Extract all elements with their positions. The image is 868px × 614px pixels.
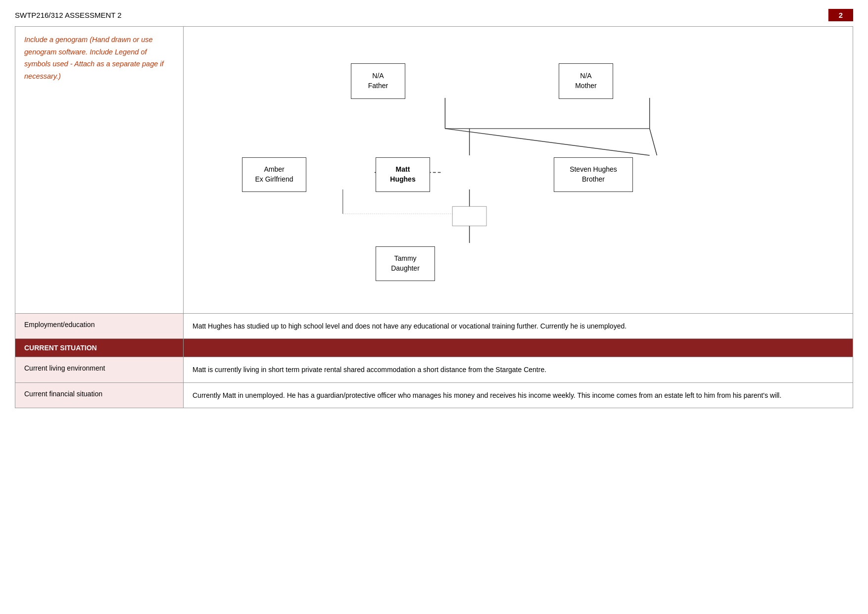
- svg-line-5: [445, 129, 649, 155]
- current-situation-header-row: CURRENT SITUATION: [15, 339, 853, 357]
- current-situation-label: CURRENT SITUATION: [15, 339, 184, 357]
- financial-label: Current financial situation: [15, 382, 184, 408]
- svg-line-4: [650, 129, 657, 155]
- steven-box: Steven HughesBrother: [554, 157, 633, 192]
- instruction-line4: necessary.): [24, 72, 61, 80]
- matt-box: MattHughes: [376, 157, 430, 192]
- employment-content: Matt Hughes has studied up to high schoo…: [184, 314, 853, 339]
- father-box: N/AFather: [351, 63, 405, 99]
- living-label: Current living environment: [15, 357, 184, 382]
- tammy-box: TammyDaughter: [376, 246, 435, 281]
- current-situation-empty: [184, 339, 853, 357]
- matt-label: MattHughes: [390, 165, 415, 184]
- mother-label: N/AMother: [575, 71, 597, 91]
- page-number: 2: [828, 9, 853, 21]
- father-label: N/AFather: [368, 71, 388, 91]
- financial-content: Currently Matt in unemployed. He has a g…: [184, 382, 853, 408]
- amber-box: AmberEx Girlfriend: [242, 157, 306, 192]
- employment-row: Employment/education Matt Hughes has stu…: [15, 314, 853, 339]
- svg-rect-10: [452, 206, 486, 226]
- amber-label: AmberEx Girlfriend: [255, 165, 293, 184]
- main-table: Include a genogram (Hand drawn or use ge…: [15, 26, 853, 408]
- instruction-line1: Include a genogram (Hand drawn or use: [24, 36, 153, 44]
- tammy-label: TammyDaughter: [391, 254, 420, 273]
- genogram-row: Include a genogram (Hand drawn or use ge…: [15, 27, 853, 314]
- employment-label: Employment/education: [15, 314, 184, 339]
- mother-box: N/AMother: [559, 63, 613, 99]
- living-content: Matt is currently living in short term p…: [184, 357, 853, 382]
- steven-label: Steven HughesBrother: [570, 165, 617, 184]
- instruction-line2: genogram software. Include Legend of: [24, 48, 146, 56]
- genogram-instructions: Include a genogram (Hand drawn or use ge…: [15, 27, 184, 314]
- financial-row: Current financial situation Currently Ma…: [15, 382, 853, 408]
- genogram-canvas: N/AFather N/AMother AmberEx Girlfriend M…: [193, 34, 844, 306]
- living-row: Current living environment Matt is curre…: [15, 357, 853, 382]
- genogram-diagram: N/AFather N/AMother AmberEx Girlfriend M…: [184, 27, 853, 314]
- page-header: SWTP216/312 ASSESSMENT 2 2: [0, 0, 868, 26]
- document-title: SWTP216/312 ASSESSMENT 2: [15, 11, 122, 19]
- instruction-line3: symbols used - Attach as a separate page…: [24, 60, 164, 68]
